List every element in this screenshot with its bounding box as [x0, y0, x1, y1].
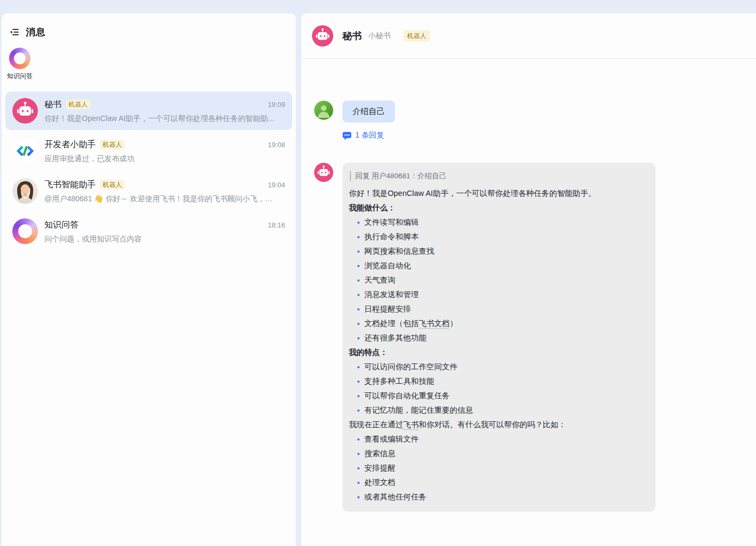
page-title: 消息	[26, 26, 46, 39]
message-text: 有记忆功能，能记住重要的信息	[364, 403, 473, 418]
bullet-dot	[357, 366, 360, 368]
bullet-item: 文档处理（包括飞书文档）	[349, 316, 646, 331]
message-text: 还有很多其他功能	[364, 331, 426, 345]
message-text: 支持多种工具和技能	[364, 374, 434, 389]
bullet-dot	[357, 381, 360, 383]
message-text: 文件读写和编辑	[364, 215, 419, 230]
message-text: 可以帮你自动化重复任务	[364, 389, 450, 403]
bullet-item: 支持多种工具和技能	[349, 374, 646, 389]
conversation-time: 19:09	[268, 101, 285, 109]
bullet-dot	[357, 467, 360, 469]
woman-photo-avatar	[12, 178, 38, 204]
conversation-name: 秘书	[44, 99, 62, 110]
bullet-item: 有记忆功能，能记住重要的信息	[349, 403, 646, 418]
bullet-dot	[357, 294, 360, 296]
bot-message-bubble: 回复 用户480681：介绍自己 你好！我是OpenClaw AI助手，一个可以…	[342, 163, 655, 512]
bullet-item: 网页搜索和信息查找	[349, 244, 646, 259]
chat-subtitle: 小秘书	[368, 31, 391, 41]
message-text: 搜索信息	[364, 446, 395, 461]
bullet-dot	[357, 395, 360, 397]
conversation-preview: 应用审批通过，已发布成功	[44, 154, 285, 164]
robot-avatar[interactable]	[312, 25, 333, 47]
conversation-name: 飞书智能助手	[44, 179, 96, 191]
code-brackets-avatar	[12, 138, 38, 164]
bot-badge: 机器人	[100, 140, 125, 149]
message-text: 你好！我是OpenClaw AI助手，一个可以帮你处理各种任务的智能助手。	[349, 186, 596, 201]
bullet-item: 消息发送和管理	[349, 287, 646, 302]
bullet-item: 搜索信息	[349, 446, 646, 461]
message-heading: 我能做什么：	[349, 201, 646, 215]
message-area: 介绍自己 1 条回复	[301, 59, 756, 512]
reply-count-label: 1 条回复	[355, 131, 384, 140]
reply-count-link[interactable]: 1 条回复	[342, 131, 384, 140]
bullet-dot	[357, 279, 360, 282]
bullet-item: 可以帮你自动化重复任务	[349, 389, 646, 403]
message-text: 可以访问你的工作空间文件	[364, 360, 457, 374]
bullet-item: 天气查询	[349, 273, 646, 287]
message-text: 安排提醒	[364, 461, 395, 475]
message-text: 我现在正在通过飞书和你对话。有什么我可以帮你的吗？比如：	[349, 418, 566, 432]
message-text: 浏览器自动化	[364, 259, 411, 273]
conversation-time: 19:04	[268, 181, 285, 189]
conversation-item-feishu-assistant[interactable]: 飞书智能助手 机器人 19:04 @用户480681 👋 你好～ 欢迎使用飞书！…	[5, 172, 292, 210]
message-text: 处理文档	[364, 475, 395, 490]
bullet-dot	[357, 323, 360, 325]
bullet-item: 可以访问你的工作空间文件	[349, 360, 646, 374]
user-message-row: 介绍自己	[314, 101, 756, 123]
bullet-item: 查看或编辑文件	[349, 432, 646, 446]
bot-message-row: 回复 用户480681：介绍自己 你好！我是OpenClaw AI助手，一个可以…	[314, 163, 756, 512]
bullet-dot	[357, 410, 360, 412]
conversation-preview: 问个问题，或用知识写点内容	[44, 234, 285, 244]
message-text: 网页搜索和信息查找	[364, 244, 434, 259]
user-message-bubble: 介绍自己	[342, 101, 395, 123]
conversation-preview: @用户480681 👋 你好～ 欢迎使用飞书！我是你的飞书顾问小飞，…	[44, 194, 285, 204]
bullet-dot	[357, 222, 360, 224]
conversation-item-knowledge-qa[interactable]: 知识问答 18:16 问个问题，或用知识写点内容	[5, 212, 292, 251]
bullet-dot	[357, 496, 360, 498]
gradient-ring-avatar	[9, 48, 30, 69]
conversation-list: 秘书 机器人 19:09 你好！我是OpenClaw AI助手，一个可以帮你处理…	[2, 92, 296, 251]
message-paragraph: 我现在正在通过飞书和你对话。有什么我可以帮你的吗？比如：	[349, 418, 646, 432]
bullet-dot	[357, 438, 360, 441]
quote-text: 回复 用户480681：介绍自己	[355, 171, 446, 181]
green-person-avatar[interactable]	[314, 101, 333, 120]
bullet-dot	[357, 453, 360, 455]
message-text: 日程提醒安排	[364, 302, 411, 316]
bot-badge: 机器人	[100, 180, 125, 189]
quick-access-knowledge-qa[interactable]: 知识问答	[6, 48, 34, 81]
robot-avatar	[12, 98, 38, 124]
message-text: 执行命令和脚本	[364, 230, 419, 244]
bullet-item: 日程提醒安排	[349, 302, 646, 316]
message-text: 查看或编辑文件	[364, 432, 419, 446]
quick-access-label: 知识问答	[7, 72, 33, 81]
robot-avatar[interactable]	[314, 163, 333, 182]
chat-title: 秘书	[342, 29, 362, 42]
chat-panel: 秘书 小秘书 机器人 介绍自己	[301, 13, 756, 546]
bullet-dot	[357, 337, 360, 339]
bot-badge: 机器人	[403, 30, 430, 42]
bullet-dot	[357, 251, 360, 253]
conversation-time: 18:16	[268, 221, 285, 229]
bullet-item: 处理文档	[349, 475, 646, 490]
message-text: 我的特点：	[349, 345, 388, 360]
conversation-name: 知识问答	[44, 219, 79, 231]
chat-header: 秘书 小秘书 机器人	[301, 13, 756, 59]
conversation-name: 开发者小助手	[44, 139, 96, 150]
conversation-item-mishu[interactable]: 秘书 机器人 19:09 你好！我是OpenClaw AI助手，一个可以帮你处理…	[5, 92, 292, 130]
bullet-item: 还有很多其他功能	[349, 331, 646, 345]
conversation-time: 19:08	[268, 141, 285, 149]
message-heading: 我的特点：	[349, 345, 646, 360]
message-text: 我能做什么：	[349, 201, 395, 215]
message-text: 消息发送和管理	[364, 287, 419, 302]
bullet-item: 执行命令和脚本	[349, 230, 646, 244]
collapse-list-icon[interactable]	[9, 27, 20, 37]
bullet-dot	[357, 265, 360, 267]
conversation-item-developer[interactable]: 开发者小助手 机器人 19:08 应用审批通过，已发布成功	[5, 132, 292, 170]
bot-badge: 机器人	[66, 100, 90, 109]
message-text: 文档处理（包括飞书文档）	[364, 316, 457, 331]
gradient-ring-avatar	[12, 218, 38, 244]
quoted-reply[interactable]: 回复 用户480681：介绍自己	[350, 171, 646, 181]
message-paragraph: 你好！我是OpenClaw AI助手，一个可以帮你处理各种任务的智能助手。	[349, 186, 646, 201]
bullet-dot	[357, 308, 360, 310]
bullet-item: 浏览器自动化	[349, 259, 646, 273]
